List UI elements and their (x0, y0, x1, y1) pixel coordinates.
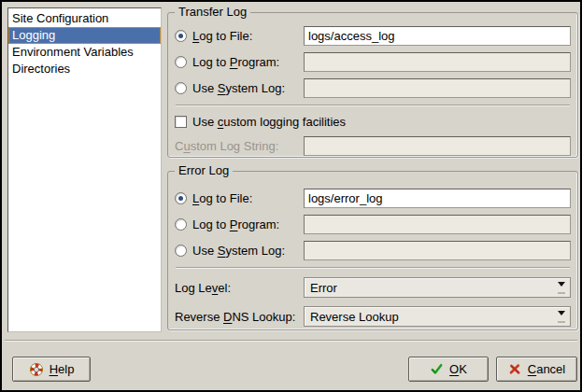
error-log-to-file-radio[interactable] (175, 192, 187, 204)
error-system-log-input (304, 241, 571, 260)
use-custom-logging-row: Use custom logging facilities (175, 115, 571, 129)
error-log-frame-title: Error Log (175, 163, 233, 178)
error-use-system-log-label: Use System Log: (192, 244, 285, 258)
error-log-to-program-radio[interactable] (175, 218, 187, 231)
log-level-label: Log Level: (175, 281, 231, 295)
error-use-system-log-radio[interactable] (175, 245, 187, 257)
transfer-system-log-input (304, 78, 571, 98)
transfer-log-to-program-label: Log to Program: (192, 55, 279, 69)
transfer-log-to-file-radio[interactable] (175, 30, 187, 42)
cancel-button[interactable]: Cancel (496, 357, 577, 382)
lifebuoy-icon (29, 362, 44, 377)
error-log-to-file-row: Log to File: (175, 189, 571, 208)
error-log-to-file-label: Log to File: (192, 191, 252, 205)
transfer-log-to-file-label: Log to File: (192, 29, 252, 43)
log-level-row: Log Level: Error (175, 277, 571, 298)
custom-log-string-row: Custom Log String: (175, 136, 571, 156)
sidebar-item-logging[interactable]: Logging (8, 27, 161, 44)
chevron-down-icon[interactable] (552, 278, 570, 297)
chevron-down-icon[interactable] (552, 307, 570, 326)
transfer-log-file-input[interactable] (304, 26, 571, 46)
ok-button[interactable]: OK (408, 357, 489, 382)
transfer-use-system-log-row: Use System Log: (175, 78, 571, 98)
transfer-log-to-file-row: Log to File: (175, 26, 571, 46)
reverse-dns-row: Reverse DNS Lookup: Reverse Lookup (175, 306, 571, 327)
transfer-use-system-log-radio[interactable] (175, 82, 187, 94)
check-icon (430, 362, 444, 376)
custom-log-string-label: Custom Log String: (175, 139, 278, 153)
category-list: Site Configuration Logging Environment V… (7, 7, 162, 332)
custom-log-string-input (304, 136, 571, 156)
help-button[interactable]: Help (12, 357, 91, 382)
error-use-system-log-row: Use System Log: (175, 241, 571, 260)
sidebar-item-site-configuration[interactable]: Site Configuration (8, 10, 161, 27)
transfer-log-separator (176, 105, 570, 106)
reverse-dns-combo[interactable]: Reverse Lookup (304, 306, 571, 327)
use-custom-logging-checkbox[interactable] (175, 116, 187, 128)
log-level-combo[interactable]: Error (304, 277, 571, 298)
cancel-button-label: Cancel (528, 362, 565, 376)
footer-separator (5, 340, 577, 342)
error-log-to-program-row: Log to Program: (175, 215, 571, 234)
logging-settings-dialog: Site Configuration Logging Environment V… (0, 0, 582, 392)
help-button-label: Help (50, 362, 75, 376)
transfer-log-program-input (304, 52, 571, 72)
reverse-dns-value: Reverse Lookup (305, 310, 552, 324)
cross-icon (508, 362, 522, 376)
reverse-dns-label: Reverse DNS Lookup: (175, 310, 295, 324)
error-log-separator (176, 267, 570, 269)
transfer-log-to-program-row: Log to Program: (175, 52, 571, 72)
sidebar-item-environment-variables[interactable]: Environment Variables (8, 44, 161, 61)
error-log-file-input[interactable] (304, 189, 571, 208)
use-custom-logging-label: Use custom logging facilities (192, 115, 346, 129)
sidebar-item-directories[interactable]: Directories (8, 61, 161, 77)
error-log-to-program-label: Log to Program: (192, 217, 279, 231)
ok-button-label: OK (449, 362, 467, 376)
transfer-use-system-log-label: Use System Log: (192, 81, 285, 95)
transfer-log-frame: Transfer Log Log to File: Log to Program… (167, 12, 578, 158)
log-level-value: Error (305, 281, 552, 295)
error-log-program-input (304, 215, 571, 234)
transfer-log-frame-title: Transfer Log (175, 5, 250, 20)
error-log-frame: Error Log Log to File: Log to Program: U… (167, 171, 578, 330)
transfer-log-to-program-radio[interactable] (175, 56, 187, 68)
